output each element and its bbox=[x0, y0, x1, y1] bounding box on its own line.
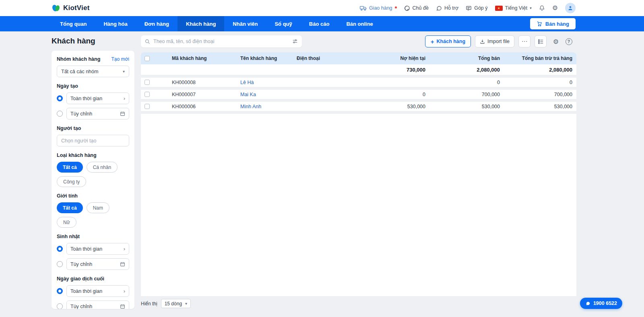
help-button[interactable]: ? bbox=[564, 35, 574, 47]
settings-gear-icon[interactable]: ⚙ bbox=[552, 5, 558, 11]
ellipsis-icon: ⋯ bbox=[522, 38, 528, 45]
cart-icon bbox=[537, 21, 542, 27]
delivery-menu-item[interactable]: Giao hàng bbox=[360, 5, 397, 11]
customer-total-sales: 530,000 bbox=[425, 104, 500, 109]
created-date-custom-select[interactable]: Tùy chỉnh bbox=[66, 108, 129, 119]
flag-star: ★ bbox=[497, 6, 500, 10]
last-transaction-alltime-radio[interactable] bbox=[57, 288, 63, 294]
birthday-custom-radio[interactable] bbox=[57, 261, 63, 267]
theme-menu-item[interactable]: Chủ đề bbox=[404, 5, 429, 11]
nav-item-ban-online[interactable]: Bán online bbox=[338, 16, 381, 31]
birthday-custom-select[interactable]: Tùy chỉnh bbox=[66, 258, 129, 270]
customer-type-pill-all[interactable]: Tất cả bbox=[57, 162, 83, 173]
customer-group-select[interactable]: Tất cả các nhóm ▾ bbox=[57, 66, 129, 77]
brand-name: KiotViet bbox=[63, 4, 90, 12]
row-checkbox[interactable] bbox=[144, 92, 150, 97]
nav-item-bao-cao[interactable]: Báo cáo bbox=[301, 16, 338, 31]
birthday-alltime-radio[interactable] bbox=[57, 246, 63, 252]
col-header-net-sales[interactable]: Tổng bán trừ trả hàng bbox=[500, 56, 576, 61]
column-settings-button[interactable] bbox=[535, 35, 547, 47]
page-size-select[interactable]: 15 dòng ▾ bbox=[161, 299, 191, 308]
list-settings-button[interactable]: ⚙ bbox=[551, 35, 561, 47]
support-chat-icon bbox=[436, 5, 442, 11]
nav-item-nhan-vien[interactable]: Nhân viên bbox=[224, 16, 266, 31]
creator-input[interactable] bbox=[57, 135, 129, 146]
filter-card: Nhóm khách hàng Tạo mới Tất cả các nhóm … bbox=[52, 51, 134, 309]
customer-name: Lê Hà bbox=[240, 80, 297, 85]
filter-last-transaction: Ngày giao dịch cuối Toàn thời gian › Tùy… bbox=[57, 276, 129, 309]
row-checkbox[interactable] bbox=[144, 104, 150, 109]
created-date-custom-radio[interactable] bbox=[57, 111, 63, 117]
customer-type-pill-personal[interactable]: Cá nhân bbox=[87, 162, 118, 173]
hotline-button[interactable]: 1900 6522 bbox=[580, 298, 622, 309]
gender-title: Giới tính bbox=[57, 193, 78, 199]
more-actions-button[interactable]: ⋯ bbox=[518, 35, 530, 47]
created-date-alltime-radio[interactable] bbox=[57, 95, 63, 101]
summary-net-sales: 2,080,000 bbox=[500, 67, 576, 73]
table-row[interactable]: KH000007 Mai Ka 0 700,000 700,000 bbox=[141, 90, 576, 102]
nav-item-hang-hoa[interactable]: Hàng hóa bbox=[95, 16, 136, 31]
col-header-code[interactable]: Mã khách hàng bbox=[172, 56, 240, 61]
feedback-icon bbox=[466, 5, 472, 11]
theme-label: Chủ đề bbox=[413, 5, 429, 11]
gender-pill-all[interactable]: Tất cả bbox=[57, 202, 83, 213]
last-transaction-custom-value: Tùy chỉnh bbox=[70, 304, 92, 309]
feedback-menu-item[interactable]: Góp ý bbox=[466, 5, 487, 11]
last-transaction-alltime-select[interactable]: Toàn thời gian › bbox=[66, 285, 129, 297]
gear-icon: ⚙ bbox=[553, 38, 559, 45]
nav-item-khach-hang[interactable]: Khách hàng bbox=[178, 16, 224, 31]
chevron-down-icon: ▾ bbox=[123, 69, 125, 74]
customer-code: KH000006 bbox=[172, 104, 240, 109]
row-checkbox[interactable] bbox=[144, 80, 150, 85]
last-transaction-title: Ngày giao dịch cuối bbox=[57, 276, 104, 282]
customer-debt: 0 bbox=[361, 92, 425, 97]
customer-total-sales: 700,000 bbox=[425, 92, 500, 97]
nav-item-so-quy[interactable]: Sổ quỹ bbox=[266, 16, 300, 31]
search-input[interactable] bbox=[153, 39, 289, 44]
filter-birthday: Sinh nhật Toàn thời gian › Tùy chỉnh bbox=[57, 234, 129, 270]
search-icon bbox=[145, 39, 150, 44]
customer-list-main: + Khách hàng Import file ⋯ bbox=[141, 35, 576, 317]
col-header-total-sales[interactable]: Tổng bán bbox=[425, 56, 500, 61]
customer-name: Minh Anh bbox=[240, 104, 297, 109]
notification-dot bbox=[395, 6, 397, 8]
feedback-label: Góp ý bbox=[474, 5, 487, 11]
nav-item-don-hang[interactable]: Đơn hàng bbox=[136, 16, 178, 31]
page-title: Khách hàng bbox=[52, 37, 134, 45]
created-date-alltime-select[interactable]: Toàn thời gian › bbox=[66, 93, 129, 104]
table-summary-row: 730,000 2,080,000 2,080,000 bbox=[141, 64, 576, 78]
bell-icon[interactable] bbox=[539, 5, 545, 11]
customer-debt: 530,000 bbox=[361, 104, 425, 109]
birthday-alltime-select[interactable]: Toàn thời gian › bbox=[66, 243, 129, 255]
kiotviet-logo[interactable]: KiotViet bbox=[52, 4, 90, 12]
last-transaction-custom-select[interactable]: Tùy chỉnh bbox=[66, 301, 129, 309]
main-nav: Tổng quan Hàng hóa Đơn hàng Khách hàng N… bbox=[0, 16, 644, 31]
table-row[interactable]: KH000006 Minh Anh 530,000 530,000 530,00… bbox=[141, 102, 576, 114]
delivery-truck-icon bbox=[360, 6, 367, 11]
gender-pill-male[interactable]: Nam bbox=[87, 202, 109, 213]
vietnam-flag-icon: ★ bbox=[495, 6, 503, 11]
created-date-alltime-value: Toàn thời gian bbox=[70, 96, 102, 101]
language-selector[interactable]: ★ Tiếng Việt ▾ bbox=[495, 5, 532, 11]
filter-sliders-icon[interactable] bbox=[292, 39, 298, 44]
chevron-right-icon: › bbox=[124, 246, 125, 252]
sell-button[interactable]: Bán hàng bbox=[530, 18, 576, 29]
kiotviet-app: KiotViet Giao hàng bbox=[0, 0, 644, 317]
filter-customer-group: Nhóm khách hàng Tạo mới Tất cả các nhóm … bbox=[57, 56, 129, 77]
customer-type-pill-company[interactable]: Công ty bbox=[57, 176, 86, 187]
col-header-phone[interactable]: Điện thoại bbox=[297, 56, 361, 61]
col-header-debt[interactable]: Nợ hiện tại bbox=[361, 56, 425, 61]
chat-bubble-icon bbox=[585, 301, 590, 306]
add-customer-button[interactable]: + Khách hàng bbox=[425, 35, 471, 47]
create-group-link[interactable]: Tạo mới bbox=[111, 56, 129, 62]
nav-item-tong-quan[interactable]: Tổng quan bbox=[52, 16, 95, 31]
user-avatar[interactable] bbox=[565, 3, 576, 13]
table-row[interactable]: KH000008 Lê Hà 0 0 bbox=[141, 78, 576, 90]
col-header-name[interactable]: Tên khách hàng bbox=[240, 56, 297, 61]
support-menu-item[interactable]: Hỗ trợ bbox=[436, 5, 458, 11]
birthday-title: Sinh nhật bbox=[57, 234, 80, 239]
import-file-button[interactable]: Import file bbox=[475, 35, 514, 47]
gender-pill-female[interactable]: Nữ bbox=[57, 217, 76, 228]
last-transaction-custom-radio[interactable] bbox=[57, 303, 63, 309]
select-all-checkbox[interactable] bbox=[144, 56, 150, 61]
